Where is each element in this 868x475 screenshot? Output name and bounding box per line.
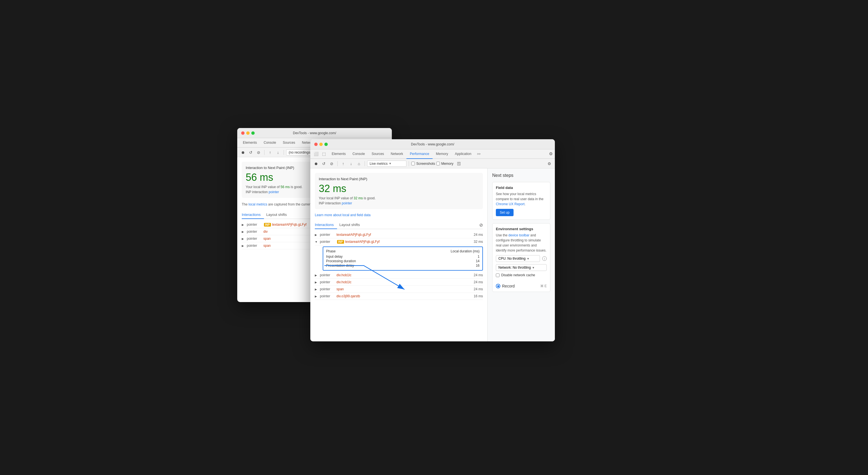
front-element-4[interactable]: span (337, 287, 469, 291)
network-dropdown[interactable]: Network: No throttling ▼ (496, 264, 547, 271)
front-pointer-type-5: pointer (320, 294, 335, 298)
env-settings-desc: Use the device toolbar and configure thr… (496, 233, 547, 253)
minimize-button[interactable] (246, 131, 250, 135)
front-record-icon[interactable]: ⏺ (313, 160, 319, 167)
front-pointer-type-2: pointer (320, 273, 335, 277)
front-element-2[interactable]: div.hob1lc (337, 273, 469, 277)
front-inspect-icon[interactable]: ⬜ (313, 150, 319, 157)
back-title-bar: DevTools - www.google.com/ (237, 128, 392, 138)
back-expand-0[interactable]: ▶ (242, 223, 246, 226)
device-toolbar-link[interactable]: device toolbar (508, 233, 530, 237)
network-setting-row: Network: No throttling ▼ (496, 264, 547, 271)
front-expand-2[interactable]: ▶ (315, 274, 319, 277)
front-clear-icon[interactable]: ⊘ (328, 160, 335, 167)
back-tab-elements[interactable]: Elements (240, 138, 260, 148)
front-inp-desc: Your local INP value of 32 ms is good. (319, 196, 479, 200)
front-gear-icon[interactable]: ⚙ (549, 151, 553, 156)
front-expand-0[interactable]: ▶ (315, 233, 319, 236)
front-tabs-overflow[interactable]: >> (475, 152, 483, 156)
back-local-metrics-link[interactable]: local metrics (248, 202, 267, 206)
front-pointer-type-4: pointer (320, 287, 335, 291)
front-element-3[interactable]: div.hob1lc (337, 280, 469, 284)
env-settings-card: Environment settings Use the device tool… (492, 223, 550, 292)
front-pointer-type-0: pointer (320, 233, 335, 237)
front-element-5[interactable]: div.o3j99.qarstb (337, 294, 469, 298)
close-button[interactable] (241, 131, 245, 135)
front-sep1 (337, 161, 338, 166)
disable-cache-row: Disable network cache (496, 273, 547, 277)
front-accessibility-icon[interactable]: ⚿ (456, 160, 462, 167)
back-expand-3[interactable]: ▶ (242, 244, 246, 247)
front-minimize-button[interactable] (319, 143, 323, 146)
front-phase-val-0: 1 (477, 255, 479, 259)
back-expand-1[interactable]: ▶ (242, 230, 246, 233)
front-tab-performance[interactable]: Performance (406, 149, 433, 159)
front-screenshots-check[interactable] (411, 162, 415, 165)
front-device-icon[interactable]: ⬚ (320, 150, 327, 157)
cpu-dropdown[interactable]: CPU: No throttling ▼ (496, 255, 540, 262)
front-duration-0: 24 ms (470, 233, 483, 237)
front-element-0[interactable]: textarea#APjFqb.gLFyf (337, 233, 469, 237)
chrome-ux-report-link[interactable]: Chrome UX Report (496, 202, 525, 206)
front-settings-gear[interactable]: ⚙ (546, 160, 553, 167)
maximize-button[interactable] (251, 131, 255, 135)
cpu-info-icon[interactable]: i (542, 256, 547, 261)
back-tab-console[interactable]: Console (260, 138, 279, 148)
front-phase-name-2: Presentation delay (326, 264, 354, 268)
front-phase-row-1: Processing duration 14 (326, 259, 479, 263)
front-second-toolbar: ⏺ ↺ ⊘ ↑ ↓ ⌂ Live metrics ▼ Screenshots M… (310, 159, 555, 168)
front-clear-interactions[interactable]: ⊘ (479, 222, 483, 228)
back-tab-sources[interactable]: Sources (279, 138, 299, 148)
front-refresh-icon[interactable]: ↺ (320, 160, 327, 167)
disable-cache-label: Disable network cache (501, 273, 535, 277)
back-pointer-type-0: pointer (247, 223, 262, 227)
back-upload-icon[interactable]: ↑ (267, 149, 274, 156)
back-inp-pointer-link[interactable]: pointer (269, 190, 279, 194)
front-inp-value: 32 ms (319, 183, 479, 195)
front-phase-col1: Phase (326, 249, 336, 253)
front-tab-console[interactable]: Console (349, 149, 368, 159)
back-expand-2[interactable]: ▶ (242, 237, 246, 240)
front-expand-4[interactable]: ▶ (315, 288, 319, 291)
back-tab-interactions[interactable]: Interactions (242, 211, 264, 219)
front-sep2 (365, 161, 365, 166)
front-screenshots-checkbox[interactable]: Screenshots (411, 162, 435, 166)
back-inp-badge-0: INP (264, 223, 271, 227)
front-home-icon[interactable]: ⌂ (355, 160, 362, 167)
back-tab-layout-shifts[interactable]: Layout shifts (266, 211, 290, 219)
front-phase-row-0: Input delay 1 (326, 255, 479, 259)
front-element-1[interactable]: textarea#APjFqb.gLFyf (345, 240, 469, 244)
front-tab-application[interactable]: Application (452, 149, 475, 159)
record-button[interactable]: Record (496, 284, 515, 288)
front-window-title: DevTools - www.google.com/ (411, 142, 454, 146)
disable-cache-checkbox[interactable] (496, 273, 499, 277)
front-tab-memory[interactable]: Memory (433, 149, 452, 159)
front-expand-3[interactable]: ▶ (315, 281, 319, 284)
front-interaction-row-2: ▶ pointer div.hob1lc 24 ms (315, 272, 483, 279)
front-expand-5[interactable]: ▶ (315, 295, 319, 298)
front-tab-layout-shifts[interactable]: Layout shifts (339, 221, 363, 229)
front-upload-icon[interactable]: ↑ (340, 160, 347, 167)
front-learn-more-link[interactable]: Learn more about local and field data (315, 213, 483, 217)
front-live-metrics-dropdown[interactable]: Live metrics ▼ (367, 161, 406, 167)
front-memory-checkbox[interactable]: Memory (436, 162, 454, 166)
record-dot-inner (497, 285, 499, 287)
front-download-icon[interactable]: ↓ (348, 160, 354, 167)
front-close-button[interactable] (314, 143, 318, 146)
front-maximize-button[interactable] (324, 143, 328, 146)
front-tab-elements[interactable]: Elements (328, 149, 349, 159)
front-duration-4: 24 ms (470, 287, 483, 291)
front-tab-interactions[interactable]: Interactions (315, 221, 337, 229)
front-interaction-row-3: ▶ pointer div.hob1lc 24 ms (315, 279, 483, 286)
front-inp-pointer-link[interactable]: pointer (342, 201, 352, 205)
front-memory-check[interactable] (436, 162, 440, 165)
setup-button[interactable]: Set up (496, 209, 514, 216)
back-record-icon[interactable]: ⏺ (240, 149, 246, 156)
front-tab-network[interactable]: Network (388, 149, 406, 159)
back-refresh-icon[interactable]: ↺ (247, 149, 254, 156)
front-right-panel: Next steps Field data See how your local… (487, 168, 555, 341)
front-tab-sources[interactable]: Sources (368, 149, 388, 159)
front-expand-1[interactable]: ▼ (315, 240, 319, 243)
back-download-icon[interactable]: ↓ (275, 149, 281, 156)
back-clear-icon[interactable]: ⊘ (255, 149, 262, 156)
